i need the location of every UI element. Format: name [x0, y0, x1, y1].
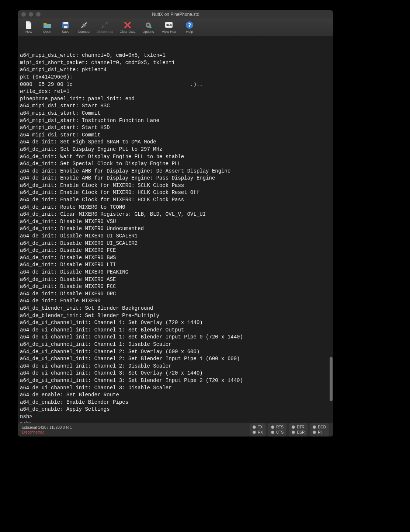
terminal-line: a64_de_init: Disable MIXER0 Undocumented [20, 225, 331, 233]
terminal-line: a64_de_ui_channel_init: Channel 3: Disab… [20, 385, 331, 392]
led-group-dtrdsr: DTR DSR [289, 423, 308, 437]
led-ri-label: RI [318, 430, 322, 434]
gear-icon [144, 21, 152, 29]
terminal-line: a64_de_init: Disable MIXER0 FCC [20, 283, 331, 291]
terminal-window: NuttX on PinePhone.stc New Open Save Con… [18, 10, 333, 437]
terminal-line: a64_de_init: Disable MIXER0 ASE [20, 276, 331, 284]
terminal-line: a64_de_init: Disable MIXER0 VSU [20, 218, 331, 226]
led-group-txrx: TX RX [250, 423, 266, 437]
terminal-line: a64_de_init: Set High Speed SRAM to DMA … [20, 139, 331, 146]
terminal-line: nsh> [20, 420, 331, 423]
svg-rect-2 [64, 26, 67, 28]
svg-rect-3 [83, 24, 86, 27]
terminal-line: a64_mipi_dsi_start: Start HSC [20, 102, 331, 110]
led-rts[interactable]: RTS [271, 425, 284, 429]
open-label: Open [43, 30, 51, 34]
folder-open-icon [43, 21, 51, 29]
terminal-line: a64_mipi_dsi_start: Instruction Function… [20, 117, 331, 125]
terminal-line: a64_de_init: Enable MIXER0 [20, 298, 331, 305]
led-dot-icon [271, 425, 274, 429]
led-dsr: DSR [292, 430, 305, 434]
new-label: New [25, 30, 32, 34]
terminal-line: a64_de_enable: Enable Blender Pipes [20, 399, 331, 406]
floppy-icon [62, 21, 70, 29]
led-rx: RX [253, 430, 263, 434]
terminal-line: write_dcs: ret=1 [20, 88, 331, 95]
led-group-dcdri: DCD RI [310, 423, 329, 437]
terminal-line: a64_de_ui_channel_init: Channel 2: Set B… [20, 355, 331, 363]
save-label: Save [62, 30, 70, 34]
clear-label: Clear Data [119, 30, 135, 34]
clear-data-button[interactable]: Clear Data [117, 19, 138, 36]
terminal-line: a64_mipi_dsi_start: Commit [20, 110, 331, 117]
plug-connect-icon [80, 21, 88, 29]
svg-point-5 [147, 24, 149, 26]
terminal-line: a64_de_init: Enable Clock for MIXER0: SC… [20, 182, 331, 189]
file-icon [25, 21, 33, 29]
terminal-line: pkt (0x414296e0): [20, 74, 331, 81]
led-dtr[interactable]: DTR [292, 425, 305, 429]
terminal-line: a64_de_init: Wait for Display Engine PLL… [20, 153, 331, 161]
terminal-line: a64_de_init: Disable MIXER0 UI_SCALER1 [20, 233, 331, 240]
led-tx: TX [253, 425, 263, 429]
terminal-line: a64_de_init: Clear MIXER0 Registers: GLB… [20, 211, 331, 218]
terminal-line: a64_de_init: Disable MIXER0 FCE [20, 247, 331, 254]
terminal-line: a64_mipi_dsi_write: pktlen=4 [20, 66, 331, 74]
scrollbar-thumb[interactable] [330, 357, 333, 401]
led-tx-label: TX [258, 425, 263, 429]
led-dcd: DCD [313, 425, 326, 429]
status-port: usbserial-1420 / 115200 8-N-1 [22, 425, 72, 430]
terminal-line: a64_de_init: Enable AHB for Display Engi… [20, 168, 331, 175]
led-dot-icon [253, 425, 256, 429]
terminal-line: a64_de_ui_channel_init: Channel 1: Disab… [20, 341, 331, 348]
hex-icon: HEX [165, 21, 173, 29]
help-icon: ? [185, 21, 194, 29]
terminal-line: a64_de_ui_channel_init: Channel 3: Set O… [20, 370, 331, 377]
terminal-line: a64_mipi_dsi_start: Commit [20, 132, 331, 139]
clear-icon [124, 21, 132, 29]
disconnect-button: Disconnect [94, 19, 115, 36]
connect-label: Connect [78, 30, 90, 34]
terminal-line: a64_de_init: Enable AHB for Display Engi… [20, 175, 331, 182]
led-rts-label: RTS [276, 425, 284, 429]
minimize-icon[interactable] [29, 12, 33, 17]
terminal-line: a64_de_ui_channel_init: Channel 2: Disab… [20, 363, 331, 370]
led-ri: RI [313, 430, 326, 434]
terminal-line: a64_de_ui_channel_init: Channel 2: Set O… [20, 348, 331, 356]
svg-text:?: ? [188, 22, 191, 28]
help-label: Help [186, 30, 193, 34]
save-button[interactable]: Save [58, 19, 74, 36]
new-button[interactable]: New [21, 19, 37, 36]
help-button[interactable]: ? Help [181, 19, 198, 36]
open-button[interactable]: Open [39, 19, 55, 36]
status-left: usbserial-1420 / 115200 8-N-1 Disconnect… [22, 425, 72, 434]
toolbar: New Open Save Connect Disconnect [18, 18, 333, 36]
scrollbar[interactable] [330, 36, 333, 423]
zoom-icon[interactable] [36, 12, 41, 17]
terminal-line: a64_de_init: Route MIXER0 to TCON0 [20, 204, 331, 211]
terminal-line: a64_de_init: Disable MIXER0 BWS [20, 254, 331, 262]
terminal-output[interactable]: a64_mipi_dsi_write: channel=0, cmd=0x5, … [18, 36, 333, 423]
terminal-line: mipi_dsi_short_packet: channel=0, cmd=0x… [20, 59, 331, 67]
terminal-line: a64_de_init: Set Display Engine PLL to 2… [20, 146, 331, 153]
connect-button[interactable]: Connect [76, 19, 92, 36]
led-dot-icon [253, 431, 256, 434]
svg-rect-1 [63, 22, 68, 24]
led-rx-label: RX [258, 430, 263, 434]
led-dcd-label: DCD [318, 425, 326, 429]
led-dot-icon [271, 431, 274, 434]
svg-point-6 [149, 26, 152, 28]
led-group-rtscts: RTS CTS [268, 423, 286, 437]
terminal-line: a64_mipi_dsi_start: Start HSD [20, 124, 331, 132]
view-hex-button[interactable]: HEX View Hex [159, 19, 179, 36]
terminal-line: a64_de_blender_init: Set Blender Pre-Mul… [20, 312, 331, 320]
terminal-line: a64_de_init: Disable MIXER0 LTI [20, 261, 331, 269]
close-icon[interactable] [21, 12, 26, 17]
titlebar[interactable]: NuttX on PinePhone.stc [18, 10, 333, 18]
terminal-line: a64_de_init: Set Special Clock to Displa… [20, 160, 331, 168]
options-label: Options [142, 30, 154, 34]
options-button[interactable]: Options [140, 19, 156, 36]
disconnect-label: Disconnect [97, 30, 113, 34]
led-dot-icon [292, 431, 295, 434]
led-cts: CTS [271, 430, 284, 434]
